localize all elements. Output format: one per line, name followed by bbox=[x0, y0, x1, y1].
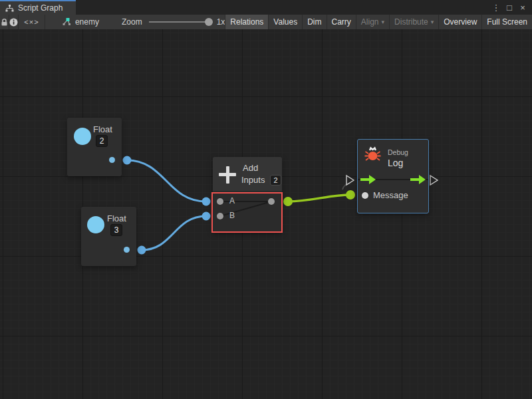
add-relations bbox=[213, 191, 282, 232]
input-port-b[interactable] bbox=[217, 213, 223, 219]
float-value-field[interactable]: 2 bbox=[96, 135, 108, 147]
zoom-label: Zoom bbox=[122, 17, 142, 27]
wire-endpoint[interactable] bbox=[123, 156, 132, 165]
input-port-a[interactable] bbox=[217, 198, 223, 205]
code-toggle-button[interactable]: <×> bbox=[19, 15, 45, 29]
node-float-2[interactable]: Float 2 bbox=[67, 118, 122, 176]
toolbar-toggle-group: Relations Values Dim Carry Align▾ Distri… bbox=[225, 15, 532, 29]
zoom-slider[interactable] bbox=[149, 15, 212, 29]
script-graph-icon bbox=[5, 5, 14, 12]
node-category: Debug bbox=[388, 148, 408, 156]
float-output-port[interactable] bbox=[124, 247, 130, 253]
tab-bar: Script Graph ⋮ □ × bbox=[0, 0, 532, 15]
float-type-icon bbox=[87, 216, 104, 233]
lock-icon bbox=[0, 18, 9, 27]
lock-button[interactable] bbox=[0, 15, 9, 29]
align-button[interactable]: Align▾ bbox=[356, 15, 389, 29]
wire-float3-to-b[interactable] bbox=[142, 216, 206, 250]
float-value-field[interactable]: 3 bbox=[110, 224, 122, 236]
node-add[interactable]: Add Inputs 2 A B bbox=[213, 157, 282, 232]
carry-button[interactable]: Carry bbox=[327, 15, 356, 29]
graph-toolbar: <×> enemy Zoom 1x Relations Values Dim C… bbox=[0, 15, 532, 29]
node-debug-log[interactable]: Debug Log Message bbox=[357, 139, 429, 213]
node-float-3[interactable]: Float 3 bbox=[81, 207, 136, 266]
zoom-slider-handle[interactable] bbox=[205, 18, 213, 26]
wire-endpoint[interactable] bbox=[202, 212, 211, 221]
zoom-value: 1x bbox=[217, 17, 225, 27]
overview-button[interactable]: Overview bbox=[438, 15, 481, 29]
window-menu-button[interactable]: ⋮ bbox=[491, 3, 501, 13]
node-title: Add bbox=[243, 163, 258, 173]
tab-title: Script Graph bbox=[18, 3, 63, 13]
chevron-down-icon: ▾ bbox=[431, 19, 434, 25]
zoom-control: Zoom 1x bbox=[122, 15, 225, 29]
bug-icon bbox=[364, 146, 382, 163]
wire-endpoint[interactable] bbox=[346, 190, 355, 200]
port-label-a: A bbox=[229, 196, 235, 205]
wire-endpoint[interactable] bbox=[202, 198, 211, 206]
graph-canvas[interactable]: Float 2 Float 3 Add Inputs 2 bbox=[0, 29, 532, 399]
zoom-slider-track[interactable] bbox=[149, 21, 212, 23]
graph-asset-icon bbox=[63, 17, 72, 27]
relations-button[interactable]: Relations bbox=[225, 15, 268, 29]
flow-out-arrow-icon bbox=[410, 175, 426, 184]
node-title: Float bbox=[93, 124, 112, 134]
close-button[interactable]: × bbox=[517, 3, 528, 13]
add-node-header: Add Inputs 2 bbox=[213, 157, 282, 191]
fullscreen-button[interactable]: Full Screen bbox=[481, 15, 532, 29]
flow-output-triangle[interactable] bbox=[430, 176, 438, 185]
float-output-port[interactable] bbox=[109, 157, 115, 163]
node-title: Float bbox=[107, 213, 126, 223]
inputs-count-field[interactable]: 2 bbox=[270, 175, 281, 186]
distribute-button[interactable]: Distribute▾ bbox=[389, 15, 438, 29]
values-button[interactable]: Values bbox=[268, 15, 302, 29]
tab-script-graph[interactable]: Script Graph bbox=[0, 0, 76, 15]
script-graph-window: Script Graph ⋮ □ × <×> bbox=[0, 0, 532, 399]
inputs-label: Inputs bbox=[241, 175, 265, 185]
wire-endpoint[interactable] bbox=[283, 197, 293, 206]
output-port-sum[interactable] bbox=[268, 198, 275, 205]
info-icon bbox=[9, 18, 18, 27]
graph-name: enemy bbox=[75, 17, 99, 27]
maximize-button[interactable]: □ bbox=[504, 3, 515, 13]
message-input-port[interactable] bbox=[362, 192, 368, 199]
dim-button[interactable]: Dim bbox=[302, 15, 326, 29]
flow-in-arrow-icon bbox=[360, 175, 376, 184]
float-type-icon bbox=[74, 128, 91, 145]
node-title: Log bbox=[388, 158, 403, 168]
port-label-b: B bbox=[229, 211, 235, 220]
info-button[interactable] bbox=[9, 15, 19, 29]
wire-add-to-message[interactable] bbox=[288, 195, 350, 201]
wire-endpoint[interactable] bbox=[138, 246, 146, 255]
message-label: Message bbox=[373, 190, 408, 200]
graph-asset-reference[interactable]: enemy bbox=[57, 15, 104, 29]
window-controls: ⋮ □ × bbox=[491, 0, 532, 15]
wire-float2-to-a[interactable] bbox=[127, 160, 206, 201]
chevron-down-icon: ▾ bbox=[382, 19, 385, 25]
